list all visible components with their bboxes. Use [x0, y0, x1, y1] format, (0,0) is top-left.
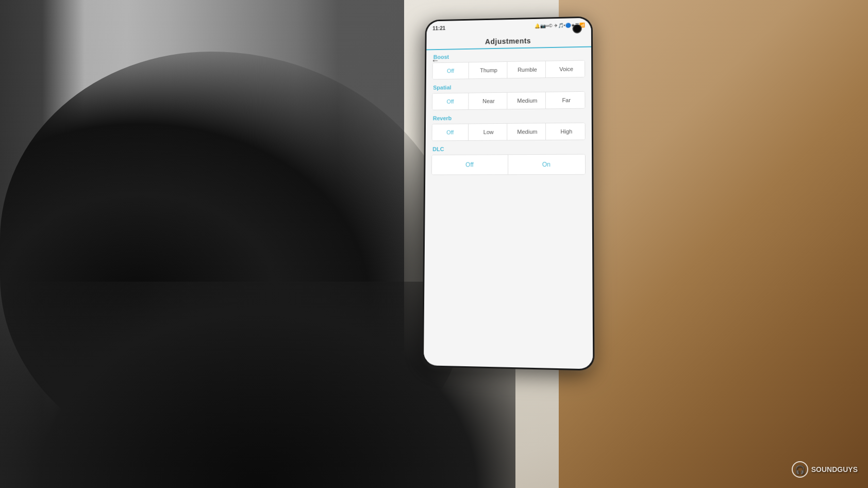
app-content: Boost Off Thump Rumble Voice Spatial Off…	[424, 47, 593, 363]
back-button[interactable]: ←	[431, 56, 440, 66]
spatial-options: Off Near Medium Far	[432, 91, 586, 110]
boost-label: Boost	[432, 52, 585, 60]
dlc-on-button[interactable]: On	[508, 155, 586, 174]
phone: 11:21 🔔📷∞© ✈🎵•🔵★☰📶 ← Adjustments Boost O…	[422, 17, 595, 371]
reverb-section: Reverb Off Low Medium High	[431, 114, 585, 141]
spatial-label: Spatial	[432, 83, 585, 91]
boost-section: Boost Off Thump Rumble Voice	[432, 52, 585, 80]
boost-options: Off Thump Rumble Voice	[432, 60, 585, 79]
spatial-near-button[interactable]: Near	[471, 93, 507, 109]
reverb-label: Reverb	[432, 114, 586, 122]
watermark-headphones-icon: 🎧	[795, 465, 805, 475]
watermark: 🎧 SOUNDGUYS	[792, 461, 858, 478]
status-time: 11:21	[432, 25, 445, 31]
wall-background	[559, 0, 868, 488]
spatial-section: Spatial Off Near Medium Far	[432, 83, 586, 110]
watermark-icon: 🎧	[792, 461, 808, 478]
spatial-far-button[interactable]: Far	[548, 92, 585, 109]
notification-icons: 🔔📷∞©	[535, 23, 553, 28]
boost-voice-button[interactable]: Voice	[548, 60, 585, 77]
phone-body: 11:21 🔔📷∞© ✈🎵•🔵★☰📶 ← Adjustments Boost O…	[422, 17, 595, 371]
spatial-medium-button[interactable]: Medium	[509, 92, 546, 109]
reverb-low-button[interactable]: Low	[471, 124, 507, 140]
spatial-off-button[interactable]: Off	[432, 93, 469, 110]
reverb-options: Off Low Medium High	[431, 123, 585, 141]
boost-rumble-button[interactable]: Rumble	[509, 61, 546, 78]
watermark-text: SOUNDGUYS	[811, 465, 858, 474]
phone-screen: 11:21 🔔📷∞© ✈🎵•🔵★☰📶 ← Adjustments Boost O…	[424, 18, 593, 369]
reverb-high-button[interactable]: High	[548, 123, 585, 140]
dlc-section: DLC Off On	[431, 145, 586, 175]
reverb-medium-button[interactable]: Medium	[509, 123, 546, 140]
dlc-off-button[interactable]: Off	[432, 155, 508, 174]
app-header: ← Adjustments	[426, 32, 591, 50]
boost-thump-button[interactable]: Thump	[471, 62, 507, 78]
dlc-options: Off On	[431, 154, 586, 175]
dlc-label: DLC	[431, 145, 586, 153]
reverb-off-button[interactable]: Off	[432, 124, 468, 140]
app-title: Adjustments	[485, 37, 531, 45]
